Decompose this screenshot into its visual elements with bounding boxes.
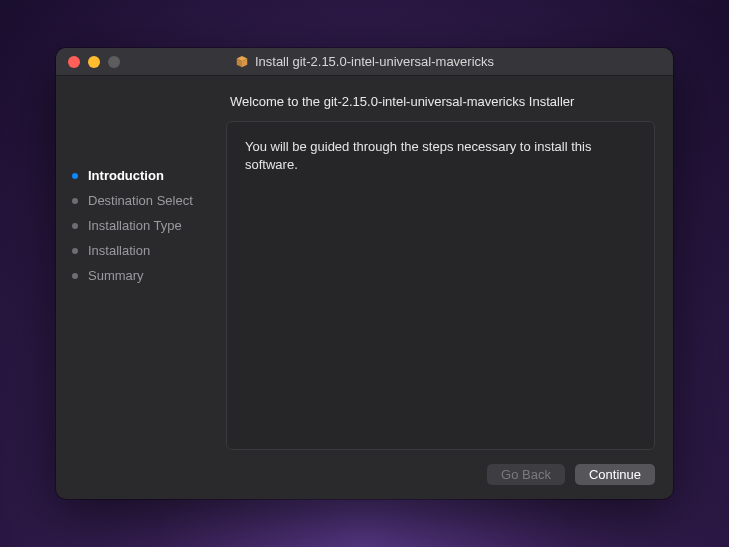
step-introduction: Introduction [72,168,226,183]
minimize-button[interactable] [88,56,100,68]
welcome-text: You will be guided through the steps nec… [245,138,636,174]
step-label: Destination Select [88,193,193,208]
step-destination-select: Destination Select [72,193,226,208]
sidebar: Introduction Destination Select Installa… [56,76,226,499]
step-bullet-icon [72,198,78,204]
go-back-button: Go Back [487,464,565,485]
step-summary: Summary [72,268,226,283]
page-heading: Welcome to the git-2.15.0-intel-universa… [230,94,655,109]
step-label: Installation Type [88,218,182,233]
traffic-lights [56,56,120,68]
close-button[interactable] [68,56,80,68]
step-bullet-icon [72,273,78,279]
package-icon [235,55,249,69]
installer-window: Install git-2.15.0-intel-universal-maver… [56,48,673,499]
window-title: Install git-2.15.0-intel-universal-maver… [255,54,494,69]
step-label: Introduction [88,168,164,183]
step-bullet-icon [72,173,78,179]
step-bullet-icon [72,223,78,229]
step-installation-type: Installation Type [72,218,226,233]
main-content: Welcome to the git-2.15.0-intel-universa… [226,76,673,499]
content-panel: You will be guided through the steps nec… [226,121,655,450]
window-body: Introduction Destination Select Installa… [56,76,673,499]
step-installation: Installation [72,243,226,258]
maximize-button[interactable] [108,56,120,68]
titlebar: Install git-2.15.0-intel-universal-maver… [56,48,673,76]
footer: Go Back Continue [226,450,655,485]
step-label: Summary [88,268,144,283]
step-label: Installation [88,243,150,258]
continue-button[interactable]: Continue [575,464,655,485]
step-bullet-icon [72,248,78,254]
